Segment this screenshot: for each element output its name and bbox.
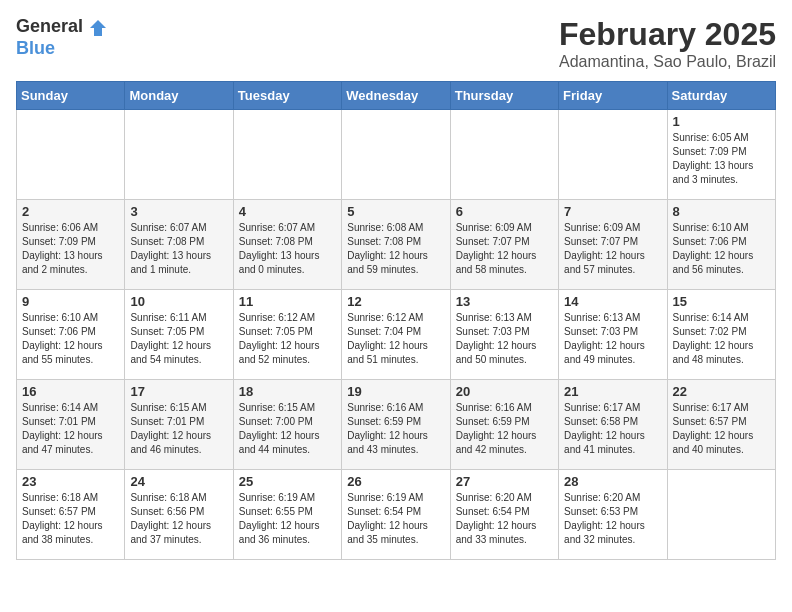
day-number: 9 [22,294,119,309]
day-info: Sunrise: 6:18 AM Sunset: 6:56 PM Dayligh… [130,491,227,547]
day-number: 8 [673,204,770,219]
day-info: Sunrise: 6:17 AM Sunset: 6:57 PM Dayligh… [673,401,770,457]
day-number: 28 [564,474,661,489]
day-info: Sunrise: 6:18 AM Sunset: 6:57 PM Dayligh… [22,491,119,547]
weekday-thursday: Thursday [450,82,558,110]
day-info: Sunrise: 6:06 AM Sunset: 7:09 PM Dayligh… [22,221,119,277]
calendar-cell: 1Sunrise: 6:05 AM Sunset: 7:09 PM Daylig… [667,110,775,200]
weekday-tuesday: Tuesday [233,82,341,110]
calendar-cell: 2Sunrise: 6:06 AM Sunset: 7:09 PM Daylig… [17,200,125,290]
day-number: 23 [22,474,119,489]
calendar-week-0: 1Sunrise: 6:05 AM Sunset: 7:09 PM Daylig… [17,110,776,200]
calendar-cell [233,110,341,200]
day-info: Sunrise: 6:14 AM Sunset: 7:01 PM Dayligh… [22,401,119,457]
calendar-cell: 5Sunrise: 6:08 AM Sunset: 7:08 PM Daylig… [342,200,450,290]
calendar-cell [342,110,450,200]
day-info: Sunrise: 6:15 AM Sunset: 7:00 PM Dayligh… [239,401,336,457]
calendar-cell: 25Sunrise: 6:19 AM Sunset: 6:55 PM Dayli… [233,470,341,560]
calendar-cell: 24Sunrise: 6:18 AM Sunset: 6:56 PM Dayli… [125,470,233,560]
weekday-friday: Friday [559,82,667,110]
calendar-cell: 21Sunrise: 6:17 AM Sunset: 6:58 PM Dayli… [559,380,667,470]
day-info: Sunrise: 6:20 AM Sunset: 6:54 PM Dayligh… [456,491,553,547]
day-info: Sunrise: 6:17 AM Sunset: 6:58 PM Dayligh… [564,401,661,457]
day-number: 4 [239,204,336,219]
calendar-cell: 22Sunrise: 6:17 AM Sunset: 6:57 PM Dayli… [667,380,775,470]
day-info: Sunrise: 6:07 AM Sunset: 7:08 PM Dayligh… [239,221,336,277]
day-info: Sunrise: 6:09 AM Sunset: 7:07 PM Dayligh… [564,221,661,277]
calendar-cell: 8Sunrise: 6:10 AM Sunset: 7:06 PM Daylig… [667,200,775,290]
day-number: 17 [130,384,227,399]
calendar-table: SundayMondayTuesdayWednesdayThursdayFrid… [16,81,776,560]
day-number: 6 [456,204,553,219]
calendar-cell [125,110,233,200]
calendar-cell [450,110,558,200]
logo: General Blue [16,16,108,59]
calendar-week-3: 16Sunrise: 6:14 AM Sunset: 7:01 PM Dayli… [17,380,776,470]
day-number: 3 [130,204,227,219]
day-number: 16 [22,384,119,399]
day-number: 14 [564,294,661,309]
calendar-cell: 4Sunrise: 6:07 AM Sunset: 7:08 PM Daylig… [233,200,341,290]
calendar-cell: 7Sunrise: 6:09 AM Sunset: 7:07 PM Daylig… [559,200,667,290]
calendar-cell: 9Sunrise: 6:10 AM Sunset: 7:06 PM Daylig… [17,290,125,380]
day-number: 12 [347,294,444,309]
weekday-header-row: SundayMondayTuesdayWednesdayThursdayFrid… [17,82,776,110]
day-info: Sunrise: 6:10 AM Sunset: 7:06 PM Dayligh… [22,311,119,367]
day-number: 7 [564,204,661,219]
calendar-cell: 3Sunrise: 6:07 AM Sunset: 7:08 PM Daylig… [125,200,233,290]
calendar-cell: 15Sunrise: 6:14 AM Sunset: 7:02 PM Dayli… [667,290,775,380]
calendar-body: 1Sunrise: 6:05 AM Sunset: 7:09 PM Daylig… [17,110,776,560]
calendar-cell [559,110,667,200]
calendar-cell: 27Sunrise: 6:20 AM Sunset: 6:54 PM Dayli… [450,470,558,560]
day-number: 13 [456,294,553,309]
calendar-cell: 12Sunrise: 6:12 AM Sunset: 7:04 PM Dayli… [342,290,450,380]
location-title: Adamantina, Sao Paulo, Brazil [559,53,776,71]
weekday-saturday: Saturday [667,82,775,110]
calendar-cell: 26Sunrise: 6:19 AM Sunset: 6:54 PM Dayli… [342,470,450,560]
day-info: Sunrise: 6:15 AM Sunset: 7:01 PM Dayligh… [130,401,227,457]
day-info: Sunrise: 6:13 AM Sunset: 7:03 PM Dayligh… [456,311,553,367]
day-number: 19 [347,384,444,399]
day-number: 2 [22,204,119,219]
weekday-wednesday: Wednesday [342,82,450,110]
day-info: Sunrise: 6:14 AM Sunset: 7:02 PM Dayligh… [673,311,770,367]
day-info: Sunrise: 6:11 AM Sunset: 7:05 PM Dayligh… [130,311,227,367]
header: General Blue February 2025 Adamantina, S… [16,16,776,71]
day-number: 20 [456,384,553,399]
day-info: Sunrise: 6:08 AM Sunset: 7:08 PM Dayligh… [347,221,444,277]
day-info: Sunrise: 6:16 AM Sunset: 6:59 PM Dayligh… [456,401,553,457]
calendar-cell: 17Sunrise: 6:15 AM Sunset: 7:01 PM Dayli… [125,380,233,470]
day-info: Sunrise: 6:13 AM Sunset: 7:03 PM Dayligh… [564,311,661,367]
title-area: February 2025 Adamantina, Sao Paulo, Bra… [559,16,776,71]
day-info: Sunrise: 6:19 AM Sunset: 6:54 PM Dayligh… [347,491,444,547]
day-number: 27 [456,474,553,489]
calendar-cell: 19Sunrise: 6:16 AM Sunset: 6:59 PM Dayli… [342,380,450,470]
day-number: 25 [239,474,336,489]
day-info: Sunrise: 6:10 AM Sunset: 7:06 PM Dayligh… [673,221,770,277]
day-number: 10 [130,294,227,309]
day-info: Sunrise: 6:20 AM Sunset: 6:53 PM Dayligh… [564,491,661,547]
weekday-sunday: Sunday [17,82,125,110]
svg-marker-0 [90,20,106,36]
month-title: February 2025 [559,16,776,53]
day-number: 18 [239,384,336,399]
calendar-week-2: 9Sunrise: 6:10 AM Sunset: 7:06 PM Daylig… [17,290,776,380]
day-info: Sunrise: 6:07 AM Sunset: 7:08 PM Dayligh… [130,221,227,277]
calendar-cell: 11Sunrise: 6:12 AM Sunset: 7:05 PM Dayli… [233,290,341,380]
day-number: 24 [130,474,227,489]
calendar-cell: 13Sunrise: 6:13 AM Sunset: 7:03 PM Dayli… [450,290,558,380]
day-info: Sunrise: 6:12 AM Sunset: 7:04 PM Dayligh… [347,311,444,367]
calendar-cell: 23Sunrise: 6:18 AM Sunset: 6:57 PM Dayli… [17,470,125,560]
day-info: Sunrise: 6:16 AM Sunset: 6:59 PM Dayligh… [347,401,444,457]
weekday-monday: Monday [125,82,233,110]
calendar-cell: 20Sunrise: 6:16 AM Sunset: 6:59 PM Dayli… [450,380,558,470]
calendar-cell: 14Sunrise: 6:13 AM Sunset: 7:03 PM Dayli… [559,290,667,380]
logo-general-text: General [16,16,83,36]
calendar-cell: 28Sunrise: 6:20 AM Sunset: 6:53 PM Dayli… [559,470,667,560]
calendar-cell [17,110,125,200]
day-info: Sunrise: 6:12 AM Sunset: 7:05 PM Dayligh… [239,311,336,367]
calendar-cell: 6Sunrise: 6:09 AM Sunset: 7:07 PM Daylig… [450,200,558,290]
calendar-cell: 18Sunrise: 6:15 AM Sunset: 7:00 PM Dayli… [233,380,341,470]
day-number: 22 [673,384,770,399]
day-number: 26 [347,474,444,489]
